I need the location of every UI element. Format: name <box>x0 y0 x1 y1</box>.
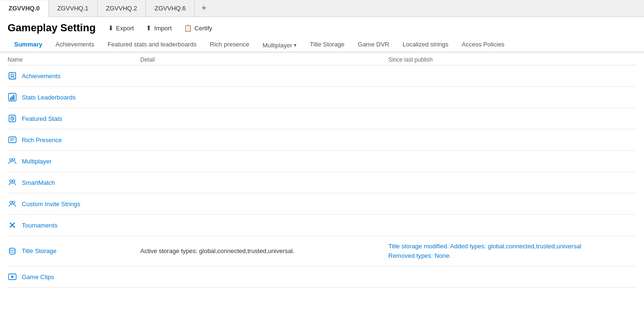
nav-tab-title-storage[interactable]: Title Storage <box>303 37 351 53</box>
row-achievements[interactable]: Achievements <box>8 71 140 81</box>
title-storage-detail: Active storage types: global,connected,t… <box>140 247 389 254</box>
add-tab-button[interactable]: + <box>195 0 213 17</box>
tab-zgvvhq6[interactable]: ZGVVHQ.6 <box>146 0 195 17</box>
table-row: Achievements <box>8 65 636 87</box>
nav-tab-access-policies[interactable]: Access Policies <box>455 37 511 53</box>
nav-tab-rich-presence[interactable]: Rich presence <box>203 37 256 53</box>
table-row: Multiplayer <box>8 151 636 172</box>
tournaments-label: Tournaments <box>22 222 57 229</box>
game-clips-label: Game Clips <box>22 273 54 281</box>
svg-rect-4 <box>12 96 13 100</box>
row-featured-stats[interactable]: Featured Stats <box>8 114 140 123</box>
header-detail: Detail <box>140 56 389 63</box>
svg-point-12 <box>10 159 12 161</box>
nav-tabs: Summary Achievements Featured stats and … <box>0 37 644 53</box>
table-row: Game Clips <box>8 266 636 288</box>
certify-label: Certify <box>194 25 212 32</box>
header-name: Name <box>8 56 140 63</box>
nav-tab-localized-strings[interactable]: Localized strings <box>396 37 455 53</box>
row-title-storage[interactable]: Title Storage <box>8 246 140 256</box>
tab-zgvvhq2[interactable]: ZGVVHQ.2 <box>98 0 146 17</box>
table-header: Name Detail Since last publish <box>8 53 636 65</box>
row-game-clips[interactable]: Game Clips <box>8 272 140 282</box>
multiplayer-label: Multiplayer <box>22 158 52 165</box>
title-storage-icon <box>8 246 17 256</box>
tournaments-icon <box>8 220 17 230</box>
table-row: Tournaments <box>8 215 636 236</box>
import-label: Import <box>154 25 172 32</box>
table-row: SmartMatch <box>8 172 636 193</box>
svg-point-15 <box>13 180 15 182</box>
nav-tab-multiplayer[interactable]: Multiplayer ▾ <box>256 38 303 53</box>
chevron-down-icon: ▾ <box>294 42 297 48</box>
table-row: Custom Invite Strings <box>8 193 636 215</box>
smartmatch-icon <box>8 178 17 187</box>
featured-stats-label: Featured Stats <box>22 115 62 122</box>
header-since: Since last publish <box>389 56 637 63</box>
stats-leaderboards-icon <box>8 92 17 102</box>
nav-tab-featured[interactable]: Featured stats and leaderboards <box>101 37 203 53</box>
svg-point-17 <box>13 201 15 204</box>
nav-tab-game-dvr[interactable]: Game DVR <box>351 37 396 53</box>
featured-stats-icon <box>8 114 17 123</box>
export-label: Export <box>116 25 134 32</box>
game-clips-icon <box>8 272 17 282</box>
page-title: Gameplay Setting <box>8 22 96 34</box>
certify-icon: 📋 <box>184 24 192 32</box>
smartmatch-label: SmartMatch <box>22 179 55 186</box>
tab-zgvvhq0[interactable]: ZGVVHQ.0 <box>0 0 49 17</box>
export-icon: ⬇ <box>108 24 114 32</box>
multiplayer-icon <box>8 156 17 166</box>
import-icon: ⬆ <box>146 24 152 32</box>
svg-rect-0 <box>9 73 16 79</box>
header-actions: ⬇ Export ⬆ Import 📋 Certify <box>105 22 215 34</box>
achievements-label: Achievements <box>22 73 61 80</box>
row-custom-invite-strings[interactable]: Custom Invite Strings <box>8 199 140 209</box>
title-storage-since-line2: Removed types: None. <box>389 251 637 261</box>
row-tournaments[interactable]: Tournaments <box>8 220 140 230</box>
svg-point-1 <box>11 74 14 77</box>
tab-zgvvhq1[interactable]: ZGVVHQ.1 <box>49 0 98 17</box>
stats-leaderboards-label: Stats Leaderboards <box>22 94 75 101</box>
certify-button[interactable]: 📋 Certify <box>181 22 215 34</box>
table-row: Rich Presence <box>8 129 636 151</box>
svg-marker-22 <box>11 275 14 278</box>
row-rich-presence[interactable]: Rich Presence <box>8 135 140 145</box>
rich-presence-icon <box>8 135 17 145</box>
title-storage-label: Title Storage <box>22 247 56 254</box>
nav-tab-achievements[interactable]: Achievements <box>49 37 101 53</box>
svg-point-13 <box>13 159 15 161</box>
rich-presence-label: Rich Presence <box>22 136 62 144</box>
achievements-icon <box>8 71 17 81</box>
multiplayer-label: Multiplayer <box>263 42 292 49</box>
title-storage-since-line1: Title storage modified. Added types: glo… <box>389 242 637 251</box>
row-stats-leaderboards[interactable]: Stats Leaderboards <box>8 92 140 102</box>
nav-tab-summary[interactable]: Summary <box>8 37 49 53</box>
summary-table: Name Detail Since last publish Achieveme… <box>0 53 644 288</box>
custom-invite-strings-label: Custom Invite Strings <box>22 200 81 208</box>
svg-rect-5 <box>13 95 15 100</box>
import-button[interactable]: ⬆ Import <box>143 22 174 34</box>
export-button[interactable]: ⬇ Export <box>105 22 137 34</box>
custom-invite-strings-icon <box>8 199 17 209</box>
svg-point-14 <box>10 180 12 182</box>
table-row: Title Storage Active storage types: glob… <box>8 236 636 266</box>
svg-rect-9 <box>9 137 16 143</box>
page-header: Gameplay Setting ⬇ Export ⬆ Import 📋 Cer… <box>0 17 644 37</box>
svg-point-20 <box>9 248 15 250</box>
tab-bar: ZGVVHQ.0 ZGVVHQ.1 ZGVVHQ.2 ZGVVHQ.6 + <box>0 0 644 17</box>
table-row: Stats Leaderboards <box>8 87 636 108</box>
table-row: Featured Stats <box>8 108 636 129</box>
svg-rect-3 <box>10 98 11 100</box>
row-smartmatch[interactable]: SmartMatch <box>8 178 140 187</box>
svg-point-16 <box>10 201 12 204</box>
row-multiplayer[interactable]: Multiplayer <box>8 156 140 166</box>
svg-point-8 <box>12 118 13 119</box>
title-storage-since: Title storage modified. Added types: glo… <box>389 242 637 260</box>
